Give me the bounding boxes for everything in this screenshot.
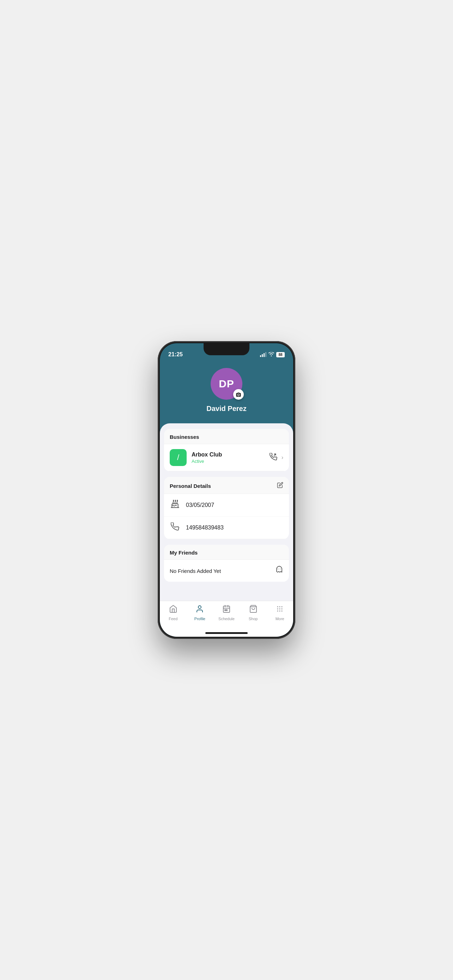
svg-point-19 — [281, 611, 283, 612]
profile-header: DP David Perez — [160, 361, 293, 423]
phone-item: 149584839483 — [164, 517, 289, 539]
no-friends-text: No Friends Added Yet — [170, 568, 221, 574]
shop-icon — [249, 605, 257, 615]
signal-icon — [260, 352, 266, 357]
content-area: Businesses / Arbox Club Active — [160, 423, 293, 601]
schedule-icon — [222, 605, 231, 615]
friends-title: My Friends — [170, 550, 197, 555]
status-time: 21:25 — [168, 352, 183, 358]
birthday-icon — [170, 500, 180, 511]
nav-profile[interactable]: Profile — [189, 605, 210, 621]
feed-icon — [169, 605, 178, 615]
personal-details-card: Personal Details — [164, 477, 289, 539]
personal-details-header: Personal Details — [164, 477, 289, 494]
nav-more[interactable]: More — [269, 605, 290, 621]
phone-icon — [170, 522, 180, 533]
schedule-label: Schedule — [218, 617, 235, 621]
svg-rect-8 — [225, 609, 226, 611]
phone-frame: 21:25 88 DP — [158, 341, 295, 639]
friends-card: My Friends No Friends Added Yet — [164, 545, 289, 582]
friends-empty-item: No Friends Added Yet — [164, 560, 289, 582]
profile-label: Profile — [194, 617, 205, 621]
business-name: Arbox Club — [192, 452, 270, 458]
nav-shop[interactable]: Shop — [243, 605, 264, 621]
svg-point-13 — [281, 606, 283, 608]
business-info: Arbox Club Active — [192, 452, 270, 464]
camera-button[interactable] — [233, 389, 244, 400]
nav-feed[interactable]: Feed — [163, 605, 184, 621]
avatar-container: DP — [211, 368, 242, 400]
business-status: Active — [192, 458, 270, 464]
profile-icon — [196, 605, 204, 615]
status-right: 88 — [260, 352, 285, 357]
user-name: David Perez — [207, 405, 246, 413]
svg-point-3 — [198, 606, 201, 609]
phone-value: 149584839483 — [186, 525, 224, 531]
phone-screen: 21:25 88 DP — [160, 343, 293, 637]
ghost-icon — [275, 565, 283, 576]
more-label: More — [275, 617, 285, 621]
svg-point-12 — [280, 606, 280, 608]
chevron-right-icon[interactable]: › — [281, 454, 283, 461]
call-icon[interactable] — [270, 453, 277, 463]
battery-icon: 88 — [276, 352, 285, 357]
svg-point-0 — [238, 394, 239, 395]
bottom-nav: Feed Profile — [160, 601, 293, 629]
home-indicator — [160, 629, 293, 637]
shop-label: Shop — [249, 617, 258, 621]
svg-point-17 — [277, 611, 278, 612]
more-icon — [275, 605, 284, 615]
edit-button[interactable] — [277, 482, 283, 490]
businesses-section-header: Businesses — [164, 429, 289, 444]
wifi-icon — [269, 352, 274, 357]
birthday-item: 03/05/2007 — [164, 494, 289, 517]
svg-point-18 — [280, 611, 280, 612]
businesses-title: Businesses — [170, 434, 199, 440]
personal-details-title: Personal Details — [170, 483, 211, 489]
svg-point-14 — [277, 609, 278, 609]
svg-point-16 — [281, 609, 283, 609]
notch — [203, 343, 250, 355]
svg-point-11 — [277, 606, 278, 608]
friends-section-header: My Friends — [164, 545, 289, 560]
home-indicator-bar — [205, 632, 248, 634]
svg-point-15 — [280, 609, 280, 609]
birthday-value: 03/05/2007 — [186, 502, 214, 508]
feed-label: Feed — [168, 617, 178, 621]
svg-rect-9 — [226, 609, 227, 611]
business-actions: › — [270, 453, 283, 463]
business-item[interactable]: / Arbox Club Active › — [164, 444, 289, 471]
nav-schedule[interactable]: Schedule — [216, 605, 237, 621]
businesses-card: Businesses / Arbox Club Active — [164, 429, 289, 471]
business-logo: / — [170, 449, 187, 466]
